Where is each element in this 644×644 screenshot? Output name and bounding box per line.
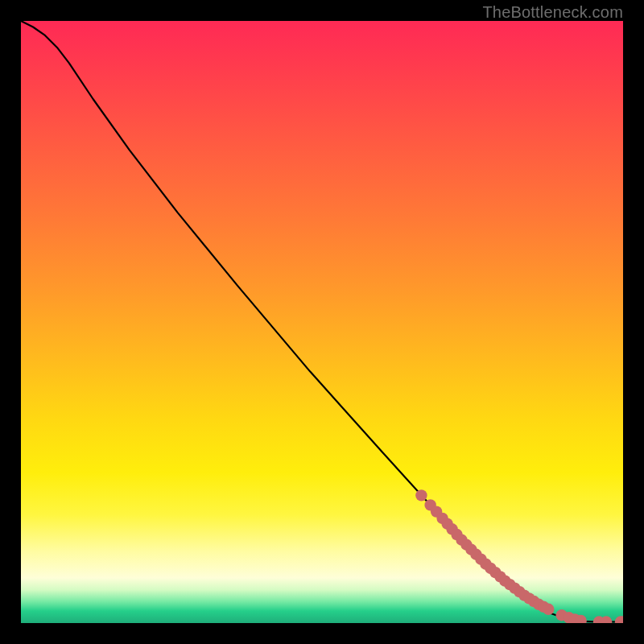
curve-line <box>21 21 623 622</box>
marker-dot <box>415 489 427 501</box>
attribution-label: TheBottleneck.com <box>482 3 623 22</box>
highlight-markers <box>415 489 623 623</box>
plot-area <box>21 21 623 623</box>
curve-layer <box>21 21 623 623</box>
chart-container: TheBottleneck.com <box>0 0 644 644</box>
marker-dot <box>543 604 554 615</box>
